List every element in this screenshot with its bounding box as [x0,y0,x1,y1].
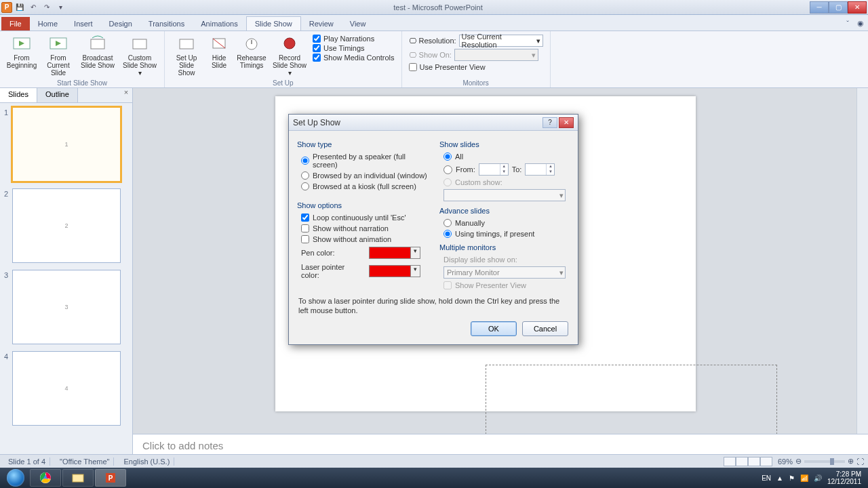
show-on-select: ▾ [454,49,538,61]
chrome-taskbar-icon[interactable] [30,469,61,487]
slides-tab[interactable]: Slides [0,88,37,102]
zoom-out-button[interactable]: ⊖ [795,457,802,466]
window-title: test - Microsoft PowerPoint [66,3,810,12]
custom-slideshow-button[interactable]: Custom Slide Show ▾ [119,33,160,78]
theme-name: "Office Theme" [56,458,114,466]
multiple-monitors-heading: Multiple monitors [439,243,570,251]
view-tab[interactable]: View [342,17,374,30]
use-timings-checkbox[interactable]: Use Timings [313,43,395,53]
hide-slide-button[interactable]: Hide Slide [205,33,233,70]
resolution-row: 🖵 Resolution: Use Current Resolution▾ [409,34,543,47]
design-tab[interactable]: Design [101,17,140,30]
fit-window-button[interactable]: ⛶ [856,458,864,466]
slideshow-view-button[interactable] [760,457,772,466]
sorter-view-button[interactable] [736,457,748,466]
tray-flag-icon[interactable]: ⚑ [789,474,795,482]
vertical-scrollbar[interactable] [856,88,868,434]
redo-icon[interactable]: ↷ [41,1,53,14]
browsed-individual-radio[interactable]: Browsed by an individual (window) [297,170,427,181]
group-setup-label: Set Up [169,79,397,87]
group-start-label: Start Slide Show [4,79,160,87]
all-slides-radio[interactable]: All [439,151,570,162]
tray-language[interactable]: EN [762,474,771,482]
animations-tab[interactable]: Animations [193,17,245,30]
explorer-taskbar-icon[interactable] [62,469,94,487]
show-options-heading: Show options [297,201,427,209]
setup-slideshow-button[interactable]: Set Up Slide Show [169,33,204,78]
show-presenter-view-checkbox: Show Presenter View [439,280,570,291]
zoom-slider[interactable] [804,460,845,463]
show-type-heading: Show type [297,140,427,148]
close-pane-icon[interactable]: × [120,88,132,102]
no-animation-checkbox[interactable]: Show without animation [297,234,427,245]
slideshow-tab[interactable]: Slide Show [246,16,301,30]
title-bar: P 💾 ↶ ↷ ▾ test - Microsoft PowerPoint ─ … [0,0,868,15]
from-current-slide-button[interactable]: From Current Slide [41,33,76,78]
close-button[interactable]: ✕ [848,1,867,14]
display-on-label: Display slide show on: [439,254,570,265]
taskbar: P EN ▲ ⚑ 📶 🔊 7:28 PM 12/12/2011 [0,468,868,488]
pen-color-select[interactable]: ▾ [369,247,420,259]
ok-button[interactable]: OK [471,321,517,336]
use-presenter-view-checkbox[interactable]: Use Presenter View [409,62,543,72]
from-beginning-button[interactable]: From Beginning [4,33,39,70]
loop-checkbox[interactable]: Loop continuously until 'Esc' [297,212,427,223]
insert-tab[interactable]: Insert [66,17,101,30]
slide-thumbnail[interactable]: 22 [4,188,128,263]
slide-thumbnail[interactable]: 33 [4,270,128,344]
presented-speaker-radio[interactable]: Presented by a speaker (full screen) [297,151,427,170]
tray-clock[interactable]: 7:28 PM 12/12/2011 [827,470,861,485]
save-icon[interactable]: 💾 [14,1,26,14]
ribbon: From Beginning From Current Slide Broadc… [0,31,868,88]
from-spinner[interactable]: ▲▼ [479,163,509,176]
to-spinner[interactable]: ▲▼ [525,163,555,176]
powerpoint-taskbar-icon[interactable]: P [95,469,126,487]
view-buttons [724,457,772,466]
tray-show-hidden-icon[interactable]: ▲ [776,474,783,482]
zoom-in-button[interactable]: ⊕ [848,457,854,466]
advance-timings-radio[interactable]: Using timings, if present [439,228,570,239]
maximize-button[interactable]: ▢ [829,1,848,14]
outline-tab[interactable]: Outline [37,88,78,102]
help-icon[interactable]: ◉ [853,16,868,30]
broadcast-button[interactable]: Broadcast Slide Show [77,33,118,70]
slide-panel: Slides Outline × 11 22 33 44 [0,88,133,461]
group-monitors-label: Monitors [406,79,546,87]
show-media-controls-checkbox[interactable]: Show Media Controls [313,53,395,62]
custom-show-radio: Custom show: [439,177,570,188]
pen-color-label: Pen color: [301,249,365,257]
record-slideshow-button[interactable]: Record Slide Show ▾ [271,33,309,78]
svg-rect-4 [91,39,104,49]
tray-network-icon[interactable]: 📶 [800,474,808,482]
tray-volume-icon[interactable]: 🔊 [814,474,822,482]
start-button[interactable] [3,468,28,487]
language[interactable]: English (U.S.) [119,458,174,466]
normal-view-button[interactable] [724,457,736,466]
ribbon-tabs: File Home Insert Design Transitions Anim… [0,15,868,31]
qat-menu-icon[interactable]: ▾ [54,1,66,14]
reading-view-button[interactable] [748,457,760,466]
minimize-button[interactable]: ─ [810,1,829,14]
rehearse-timings-button[interactable]: Rehearse Timings [234,33,269,70]
svg-rect-14 [73,474,83,482]
play-narrations-checkbox[interactable]: Play Narrations [313,34,395,43]
advance-manually-radio[interactable]: Manually [439,218,570,228]
no-narration-checkbox[interactable]: Show without narration [297,223,427,234]
from-to-radio[interactable] [443,165,452,174]
system-tray: EN ▲ ⚑ 📶 🔊 7:28 PM 12/12/2011 [762,470,865,485]
transitions-tab[interactable]: Transitions [140,17,193,30]
ribbon-minimize-icon[interactable]: ˇ [842,17,853,30]
laser-hint: To show a laser pointer during slide sho… [297,291,570,319]
cancel-button[interactable]: Cancel [522,321,568,336]
dialog-help-button[interactable]: ? [542,117,557,128]
file-tab[interactable]: File [1,17,30,30]
slide-thumbnail[interactable]: 11 [4,107,128,182]
home-tab[interactable]: Home [30,17,66,30]
review-tab[interactable]: Review [301,17,342,30]
browsed-kiosk-radio[interactable]: Browsed at a kiosk (full screen) [297,181,427,192]
dialog-close-button[interactable]: ✕ [559,117,574,128]
slide-thumbnail[interactable]: 44 [4,351,128,426]
undo-icon[interactable]: ↶ [27,1,39,14]
laser-color-select[interactable]: ▾ [369,265,420,277]
resolution-select[interactable]: Use Current Resolution▾ [459,35,543,47]
